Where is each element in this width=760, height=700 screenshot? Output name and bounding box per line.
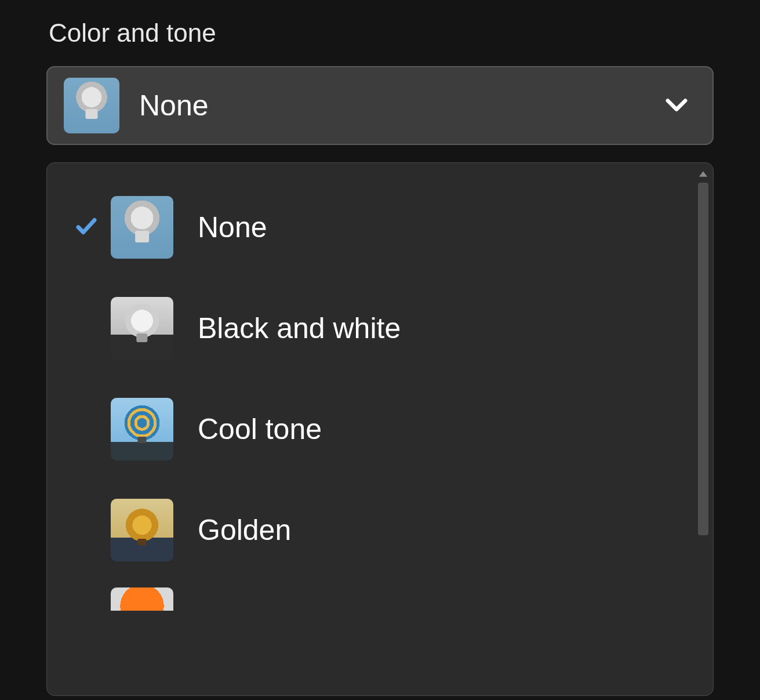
option-next-partial[interactable]	[47, 587, 710, 622]
color-tone-dropdown-list: None Black and white Cool tone Golden	[46, 162, 714, 696]
option-thumbnail-partial	[111, 587, 173, 611]
option-thumbnail-bw	[111, 297, 173, 360]
option-thumbnail-none	[111, 196, 173, 259]
option-none[interactable]: None	[47, 184, 710, 271]
selected-option-thumbnail	[64, 78, 119, 133]
option-thumbnail-cool	[111, 398, 173, 460]
option-label: Black and white	[198, 311, 401, 345]
option-check-slot	[69, 214, 104, 241]
option-thumbnail-golden	[111, 499, 173, 561]
option-cool-tone[interactable]: Cool tone	[47, 386, 710, 473]
option-label: Cool tone	[198, 412, 322, 446]
dropdown-options-container: None Black and white Cool tone Golden	[47, 166, 710, 692]
option-label: Golden	[198, 513, 291, 547]
option-golden[interactable]: Golden	[47, 487, 710, 574]
chevron-down-icon	[661, 89, 692, 122]
option-label: None	[198, 211, 267, 244]
selected-option-label: None	[139, 89, 661, 122]
section-title: Color and tone	[49, 19, 714, 48]
option-black-and-white[interactable]: Black and white	[47, 285, 710, 372]
scrollbar-thumb[interactable]	[698, 183, 708, 535]
scroll-up-arrow-icon[interactable]	[697, 169, 710, 179]
check-icon	[74, 214, 99, 241]
color-tone-dropdown-trigger[interactable]: None	[46, 66, 714, 145]
svg-marker-0	[699, 171, 707, 176]
scrollbar-track[interactable]	[697, 169, 710, 690]
color-and-tone-panel: Color and tone None None	[0, 0, 760, 696]
